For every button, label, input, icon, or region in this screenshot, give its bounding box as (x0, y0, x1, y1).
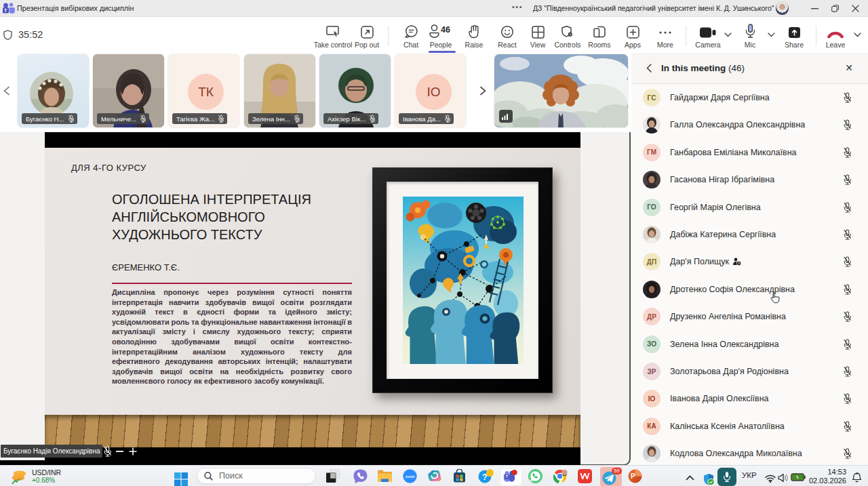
svg-text:46: 46 (441, 25, 450, 35)
svg-text:T: T (4, 8, 7, 13)
